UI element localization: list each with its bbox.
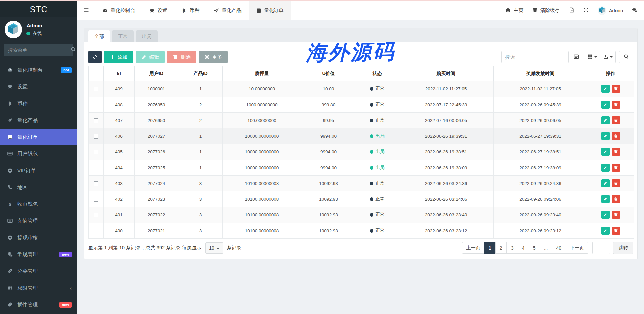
chevron-up-icon: [217, 246, 219, 249]
detail-view-button[interactable]: [568, 51, 584, 63]
language-button[interactable]: [569, 7, 574, 14]
sidebar-item-gear[interactable]: 设置: [0, 78, 77, 95]
nav-tab-book[interactable]: 量化订单: [249, 1, 291, 20]
status-label: 正常: [376, 180, 385, 186]
row-checkbox[interactable]: [94, 229, 98, 233]
add-button[interactable]: 添加: [104, 51, 133, 63]
settings-button[interactable]: [632, 7, 637, 14]
row-checkbox[interactable]: [94, 134, 98, 139]
nav-tab-paper-plane[interactable]: 量化产品: [207, 1, 249, 20]
refresh-icon: [92, 54, 98, 60]
delete-button[interactable]: 删除: [167, 51, 196, 63]
search-icon[interactable]: [71, 47, 76, 53]
nav-tab-gear[interactable]: 设置: [142, 1, 174, 20]
row-edit-button[interactable]: [601, 85, 610, 93]
sidebar-item-circle-down[interactable]: VIP订单: [0, 162, 77, 179]
nav-tab-bar: 量化控制台设置B币种量化产品量化订单: [95, 1, 291, 20]
column-header[interactable]: 购买时间: [398, 66, 494, 81]
next-page-button[interactable]: 下一页: [566, 242, 588, 254]
row-edit-button[interactable]: [601, 164, 610, 172]
home-link[interactable]: 主页: [505, 7, 523, 14]
filter-tab[interactable]: 出局: [136, 30, 158, 42]
page-size-select[interactable]: 10: [205, 242, 223, 254]
row-checkbox[interactable]: [94, 197, 98, 202]
row-edit-button[interactable]: [601, 148, 610, 156]
filter-tab[interactable]: 正常: [112, 30, 134, 42]
table-search-input[interactable]: [501, 51, 565, 63]
edit-button[interactable]: 编辑: [136, 51, 165, 63]
sidebar-item-gears[interactable]: 常规管理new: [0, 246, 77, 263]
row-edit-button[interactable]: [601, 116, 610, 124]
row-checkbox[interactable]: [94, 87, 98, 91]
export-button[interactable]: [600, 51, 616, 63]
row-edit-button[interactable]: [601, 195, 610, 203]
row-delete-button[interactable]: [612, 195, 620, 203]
page-button[interactable]: 1: [484, 242, 496, 254]
row-checkbox[interactable]: [94, 166, 98, 170]
sidebar-item-wallet[interactable]: 用户钱包: [0, 145, 77, 162]
sidebar-search-input[interactable]: [8, 47, 71, 53]
sidebar-item-bitcoin[interactable]: B币种: [0, 95, 77, 112]
nav-tab-bitcoin[interactable]: B币种: [174, 1, 207, 20]
row-delete-button[interactable]: [612, 148, 620, 156]
sidebar-item-phone[interactable]: 地区: [0, 179, 77, 196]
row-edit-button[interactable]: [601, 211, 610, 219]
clear-cache-link[interactable]: 清除缓存: [532, 7, 560, 14]
sidebar-item-paper-plane[interactable]: 量化产品: [0, 112, 77, 129]
sidebar-item-leaf[interactable]: 分类管理: [0, 263, 77, 279]
sidebar-item-users[interactable]: 权限管理‹: [0, 279, 77, 296]
sidebar-item-dollar[interactable]: $收币钱包: [0, 196, 77, 212]
column-header[interactable]: Id: [104, 66, 135, 81]
nav-tab-dashboard[interactable]: 量化控制台: [95, 1, 142, 20]
sidebar-item-book[interactable]: 量化订单: [0, 129, 77, 145]
row-delete-button[interactable]: [612, 132, 620, 140]
page-button[interactable]: 2: [495, 242, 507, 254]
sidebar-item-dashboard[interactable]: 量化控制台hot: [0, 62, 77, 78]
reward-time-cell: 2022-06-27 19:38:09: [494, 160, 587, 176]
column-header[interactable]: U价值: [301, 66, 356, 81]
row-checkbox[interactable]: [94, 213, 98, 217]
user-id-cell: 1000001: [135, 81, 178, 97]
jump-button[interactable]: 跳转: [613, 242, 633, 254]
row-checkbox[interactable]: [94, 181, 98, 186]
column-header[interactable]: 产品ID: [178, 66, 223, 81]
page-button[interactable]: 40: [552, 242, 566, 254]
page-button[interactable]: 4: [518, 242, 529, 254]
fullscreen-button[interactable]: [583, 7, 589, 14]
columns-button[interactable]: [584, 51, 600, 63]
row-checkbox[interactable]: [94, 118, 98, 123]
menu-toggle-button[interactable]: [77, 1, 95, 20]
column-header[interactable]: 操作: [587, 66, 634, 81]
row-edit-button[interactable]: [601, 101, 610, 109]
search-button[interactable]: [619, 51, 633, 63]
row-delete-button[interactable]: [612, 227, 620, 235]
prev-page-button[interactable]: 上一页: [462, 242, 485, 254]
filter-tab[interactable]: 全部: [88, 30, 110, 42]
sidebar-item-rocket[interactable]: 插件管理new: [0, 296, 77, 313]
row-delete-button[interactable]: [612, 116, 620, 124]
row-edit-button[interactable]: [601, 179, 610, 187]
column-header[interactable]: 奖励发放时间: [494, 66, 587, 81]
page-button[interactable]: 3: [506, 242, 518, 254]
online-dot-icon: [26, 32, 30, 35]
sidebar-item-money[interactable]: 充值管理: [0, 212, 77, 229]
refresh-button[interactable]: [88, 51, 102, 63]
row-delete-button[interactable]: [612, 85, 620, 93]
column-header[interactable]: 状态: [356, 66, 398, 81]
user-menu[interactable]: Admin: [598, 6, 623, 15]
row-checkbox[interactable]: [94, 103, 98, 107]
jump-page-input[interactable]: [592, 242, 610, 254]
row-edit-button[interactable]: [601, 132, 610, 140]
row-edit-button[interactable]: [601, 227, 610, 235]
row-delete-button[interactable]: [612, 179, 620, 187]
more-button[interactable]: 更多: [199, 51, 228, 63]
column-header[interactable]: 质押量: [223, 66, 301, 81]
column-header[interactable]: 用户ID: [135, 66, 178, 81]
row-checkbox[interactable]: [94, 150, 98, 154]
sidebar-item-arrow-circle-right[interactable]: 提现审核: [0, 229, 77, 246]
select-all-checkbox[interactable]: [94, 72, 98, 76]
page-button[interactable]: 5: [529, 242, 540, 254]
row-delete-button[interactable]: [612, 211, 620, 219]
row-delete-button[interactable]: [612, 164, 620, 172]
row-delete-button[interactable]: [612, 101, 620, 109]
